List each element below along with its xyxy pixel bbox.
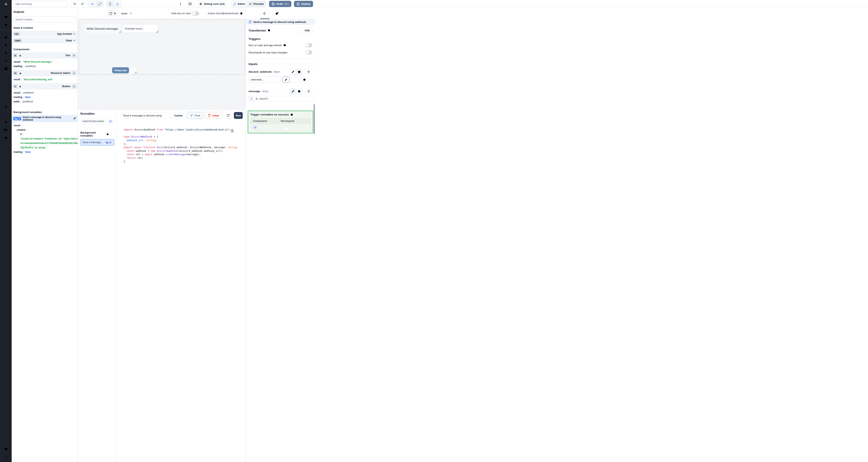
press-me-button[interactable]: Press me <box>112 67 129 73</box>
run-button[interactable]: Run <box>234 112 243 119</box>
cache-button[interactable]: Cache <box>172 112 185 119</box>
hide-bar-toggle[interactable] <box>192 11 199 15</box>
fullwidth-layout-button[interactable] <box>96 1 103 7</box>
docs-button[interactable] <box>186 1 194 7</box>
component-b-header[interactable]: b Resource Select <box>12 70 78 76</box>
sidebar-item-favorites[interactable] <box>0 21 12 29</box>
tab-preview[interactable]: Preview <box>247 1 265 7</box>
field-value[interactable]: false <box>25 151 31 154</box>
function-square-icon <box>298 90 301 93</box>
eval-mode-button[interactable] <box>296 69 302 74</box>
field-value[interactable]: "$res:u/henri/testing_bot" <box>23 78 53 81</box>
resize-handle[interactable] <box>135 72 136 73</box>
sidebar-item-home[interactable] <box>0 33 12 41</box>
mobile-view-button[interactable] <box>107 1 114 7</box>
bg0-runnable-header[interactable]: bg_0 Send a message to discord using web… <box>12 115 78 122</box>
clear-selection-icon[interactable] <box>153 27 156 30</box>
connect-input-button[interactable] <box>305 69 312 75</box>
sidebar-item-runs[interactable] <box>0 41 12 49</box>
text-component[interactable]: Write Discord message: <box>84 24 121 33</box>
message-expression-editor[interactable]: 1 b.result <box>249 96 312 101</box>
sidebar-item-workers[interactable] <box>0 118 12 126</box>
fork-label: Fork <box>194 114 200 117</box>
collapse-button[interactable] <box>72 54 76 58</box>
connect-input-button[interactable] <box>305 88 312 94</box>
hand-pointer-icon <box>19 85 22 88</box>
field-value[interactable]: undefined <box>22 100 33 103</box>
sidebar-item-audit[interactable] <box>0 134 12 142</box>
eye-icon <box>249 2 252 6</box>
bg-runnable-item-selected[interactable]: Send a message... bg_0 <box>81 139 114 145</box>
search-outputs-input[interactable] <box>13 16 76 23</box>
refresh-resource-button[interactable] <box>301 76 308 83</box>
app-canvas[interactable]: Write Discord message: Example resou... … <box>78 19 246 109</box>
tab-editor[interactable]: Editor <box>232 1 247 7</box>
collapse-button[interactable] <box>72 84 76 88</box>
eval-mode-button[interactable] <box>296 89 302 94</box>
sidebar-item-resources[interactable] <box>0 57 12 65</box>
expand-editor-button[interactable] <box>309 97 311 101</box>
resource-select-component[interactable]: Example resou... <box>122 24 158 33</box>
resize-handle[interactable] <box>156 31 158 33</box>
edit-resource-button[interactable] <box>282 76 289 83</box>
desktop-view-button[interactable] <box>114 1 121 7</box>
field-value[interactable]: false <box>25 96 31 99</box>
run-label: Run <box>236 114 241 117</box>
device-toggle-group <box>106 1 121 7</box>
script-name-input[interactable] <box>121 112 170 119</box>
windmill-logo[interactable] <box>0 0 12 8</box>
app-summary-input[interactable] <box>13 1 68 7</box>
collapse-button[interactable] <box>72 71 76 75</box>
scrollbar-thumb[interactable] <box>314 104 315 134</box>
refresh-count-chip[interactable]: 0 <box>106 10 118 16</box>
debug-runs-button[interactable]: Debug runs (23) <box>196 1 227 7</box>
add-transformer-button[interactable]: Add <box>298 27 312 33</box>
field-value[interactable]: undefined <box>25 65 36 68</box>
runnable-item[interactable]: hub/1511/discord/se... c <box>81 118 114 125</box>
resource-picker[interactable]: u/henri/te... <box>249 76 280 83</box>
ctx-row[interactable]: ctx App Context <box>12 31 78 37</box>
resize-handle[interactable] <box>119 31 121 33</box>
dollar-icon <box>4 51 8 55</box>
sidebar-item-schedules[interactable] <box>0 65 12 72</box>
recompute-toggle[interactable] <box>305 51 312 55</box>
refresh-mode-select[interactable]: once <box>121 12 133 15</box>
sidebar-item-settings[interactable] <box>0 110 12 118</box>
code-editor[interactable]: import discordwebhook from "https://deno… <box>117 121 246 168</box>
save-draft-button[interactable]: Draft ⌘S <box>269 1 291 7</box>
static-mode-button[interactable] <box>290 69 296 74</box>
field-key: loading <box>14 151 22 154</box>
clear-resource-icon[interactable] <box>276 78 278 81</box>
fork-button[interactable]: Fork <box>187 112 203 119</box>
add-resource-button[interactable] <box>291 76 299 83</box>
sidebar-item-workspace[interactable] <box>0 13 12 21</box>
edit-runnable-button[interactable] <box>73 117 76 120</box>
deploy-button[interactable]: Deploy <box>294 1 313 7</box>
static-mode-button[interactable] <box>290 89 296 94</box>
tab-insert-component[interactable] <box>249 10 255 16</box>
clear-button[interactable]: Clear <box>205 112 222 119</box>
sidebar-item-variables[interactable] <box>0 49 12 57</box>
field-value[interactable]: undefined <box>23 91 34 94</box>
info-icon <box>290 113 293 116</box>
reload-script-button[interactable] <box>224 112 232 119</box>
component-a-header[interactable]: a Text <box>12 53 78 59</box>
sidebar-item-users[interactable] <box>0 103 12 110</box>
sidebar-item-folders[interactable] <box>0 126 12 134</box>
run-on-start-toggle[interactable] <box>305 43 312 47</box>
error-string-value[interactable]: "Could not interpret "{'webhook_url': 'h… <box>20 136 78 150</box>
state-row[interactable]: state State <box>12 38 78 43</box>
center-layout-button[interactable] <box>89 1 96 7</box>
tab-component-settings[interactable] <box>261 10 268 16</box>
copy-code-button[interactable] <box>216 126 234 137</box>
tab-styling[interactable] <box>274 10 280 16</box>
undo-button[interactable] <box>71 1 79 7</box>
component-c-header[interactable]: c Button <box>12 83 78 89</box>
add-bg-runnable-button[interactable] <box>110 132 114 136</box>
pencil-icon <box>233 2 236 6</box>
more-menu-button[interactable] <box>179 1 182 7</box>
field-value[interactable]: "Write Discord message:" <box>23 60 53 63</box>
undo-icon <box>73 2 76 6</box>
field-key: loading <box>14 96 22 99</box>
redo-button[interactable] <box>79 1 86 7</box>
